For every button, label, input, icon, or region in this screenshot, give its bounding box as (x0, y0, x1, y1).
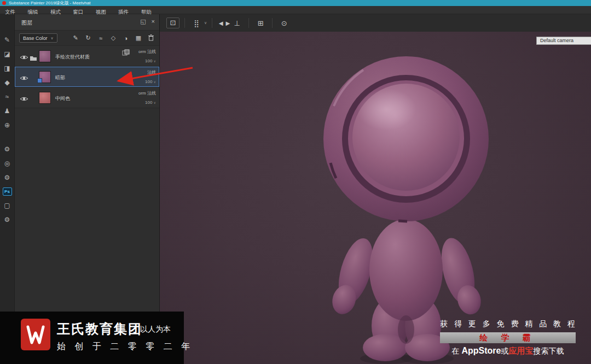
promo-banner: 绘 学 霸 (440, 332, 576, 343)
title-bar: Substance Painter 2019绿化版 - Meetvhat (0, 0, 591, 6)
blend-mode-label[interactable]: 法线 (147, 69, 156, 75)
undock-panel-icon[interactable]: ◱ (140, 18, 146, 25)
visibility-eye-icon[interactable] (20, 95, 28, 104)
layers-panel-header: 图层 ◱ × (15, 14, 159, 31)
character-model[interactable] (160, 32, 591, 364)
symmetry-axis-icon[interactable]: ⊥ (230, 19, 244, 27)
brand-tagline: 以人为本 (140, 325, 171, 334)
menu-bar: 文件 编辑 模式 窗口 视图 插件 帮助 (0, 6, 591, 14)
clone-tool-icon[interactable]: ♟ (0, 104, 15, 118)
smudge-tool-icon[interactable]: ≈ (0, 90, 15, 104)
close-panel-icon[interactable]: × (152, 18, 155, 25)
mask-icon[interactable]: ◑ (122, 35, 130, 42)
add-effect-icon[interactable]: ✎ (72, 34, 79, 42)
application-window: Substance Painter 2019绿化版 - Meetvhat 文件 … (0, 0, 591, 364)
promo-store: 应用宝 (508, 346, 533, 355)
visibility-eye-icon[interactable] (20, 53, 28, 63)
promo-appstore: AppStore (461, 346, 501, 355)
polygon-fill-tool-icon[interactable]: ◆ (0, 75, 15, 90)
brand-founded-line: 始 创 于 二 零 零 二 年 (57, 341, 193, 353)
promo-or: 或 (501, 347, 508, 355)
chevron-down-icon: ∨ (51, 36, 54, 40)
watermark-right: 获 得 更 多 免 费 精 品 教 程 绘 学 霸 在 AppStore或应用宝… (440, 319, 576, 356)
fill-layer-icon[interactable]: ◇ (109, 34, 117, 42)
eraser-tool-icon[interactable]: ◪ (0, 47, 15, 61)
mirror-symmetry-icon[interactable]: ◄► (217, 19, 230, 27)
chevron-down-icon: ∨ (154, 101, 156, 104)
photoshop-export-icon[interactable]: Ps (3, 187, 12, 196)
chevron-down-icon: ∨ (204, 21, 207, 25)
layer-name[interactable]: 暗部 (55, 74, 65, 81)
brand-name: 王氏教育集团 (57, 320, 142, 338)
add-layer-icon[interactable]: ▦ (135, 34, 142, 42)
camera-selector-value: Default camera (540, 38, 573, 43)
smart-material-icon[interactable]: ≈ (97, 35, 105, 42)
projection-tool-icon[interactable]: ◨ (0, 61, 15, 75)
blend-mode-label[interactable]: orm 法线 (138, 90, 156, 96)
folder-icon (30, 54, 37, 63)
chevron-down-icon: ∨ (154, 60, 156, 63)
camera-settings-icon[interactable]: ⚙ (0, 171, 15, 185)
viewport: ⊡ ⣿ ∨ ◄► ⊥ ⊞ ⊙ (160, 14, 591, 364)
layers-panel-title: 图层 (21, 19, 32, 27)
blend-mode-label[interactable]: orm 法线 (138, 49, 156, 55)
promo-post: 搜索下载 (533, 347, 564, 355)
trash-icon[interactable] (147, 34, 155, 42)
chevron-down-icon: ∨ (154, 80, 156, 84)
layer-thumbnail[interactable] (39, 92, 51, 104)
material-picker-tool-icon[interactable]: ⊕ (0, 118, 15, 132)
visibility-eye-icon[interactable] (20, 74, 28, 84)
layer-row[interactable]: 中间色 orm 法线 100 ∨ (15, 87, 159, 108)
instance-icon (122, 48, 130, 58)
watermark-left: 王氏教育集团 以人为本 始 创 于 二 零 零 二 年 (0, 312, 184, 364)
promo-line1: 获 得 更 多 免 费 精 品 教 程 (440, 319, 576, 329)
paint-layer-badge-icon (37, 78, 42, 83)
layer-row-selected[interactable]: 暗部 法线 100 ∨ (15, 67, 159, 87)
channel-dropdown-value: Base Color (23, 36, 48, 41)
channel-dropdown[interactable]: Base Color ∨ (19, 33, 57, 43)
opacity-value[interactable]: 100 ∨ (145, 79, 156, 84)
viewport-toolbar: ⊡ ⣿ ∨ ◄► ⊥ ⊞ ⊙ (160, 14, 591, 32)
layer-row-group[interactable]: 手绘次世代材质 orm 法线 100 ∨ (15, 46, 159, 67)
gear-icon[interactable]: ⚙ (0, 213, 15, 227)
promo-line3-pre: 在 (452, 347, 460, 355)
layer-name[interactable]: 手绘次世代材质 (55, 54, 90, 61)
brand-logo (21, 319, 50, 350)
promo-line3: 在 AppStore或应用宝搜索下载 (440, 346, 576, 356)
display-settings-icon[interactable]: ⚙ (0, 142, 15, 156)
opacity-value[interactable]: 100 ∨ (145, 58, 156, 63)
app-icon (2, 1, 6, 5)
layer-name[interactable]: 中间色 (55, 95, 70, 102)
camera-selector-dropdown[interactable]: Default camera (536, 37, 591, 45)
monitor-icon[interactable]: ▢ (0, 198, 15, 213)
viewport-layout-icon[interactable]: ⊡ (166, 17, 179, 28)
history-icon[interactable]: ⊙ (277, 19, 291, 27)
paint-tool-icon[interactable]: ✎ (0, 33, 15, 47)
layer-thumbnail[interactable] (39, 50, 51, 62)
3d-canvas[interactable]: Default camera (160, 32, 591, 364)
refresh-layer-icon[interactable]: ↻ (84, 34, 92, 42)
layers-panel-toolbar: Base Color ∨ ✎ ↻ ≈ ◇ ◑ ▦ (15, 31, 159, 46)
add-view-icon[interactable]: ⊞ (254, 19, 267, 27)
shader-settings-icon[interactable]: ◎ (0, 156, 15, 171)
material-mode-icon[interactable]: ⣿ (190, 19, 203, 27)
opacity-value[interactable]: 100 ∨ (145, 100, 156, 105)
window-title: Substance Painter 2019绿化版 - Meetvhat (9, 0, 90, 6)
